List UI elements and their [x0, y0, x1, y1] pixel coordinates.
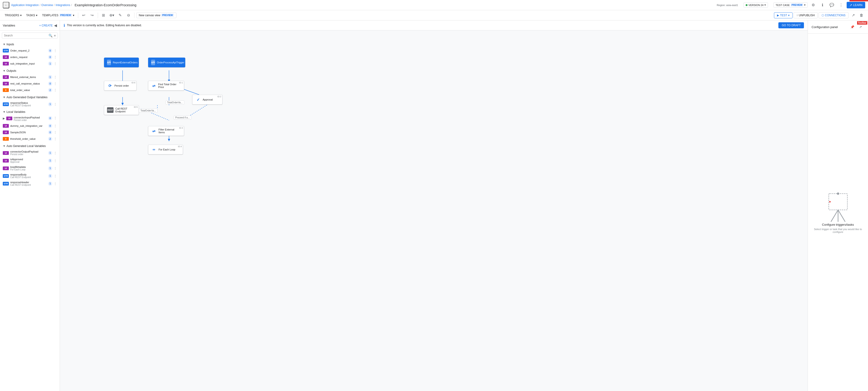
var-more-response-status[interactable]: ⋮ — [54, 102, 57, 106]
go-to-draft-button[interactable]: GO TO DRAFT — [778, 22, 804, 28]
share-button[interactable]: ↗ — [849, 11, 857, 19]
var-count-is-approved: 1 — [48, 158, 52, 163]
config-illustration — [824, 191, 852, 219]
var-name-threshold: threshold_order_value — [10, 138, 46, 140]
node-for-each-loop[interactable]: ∞ For Each Loop ID:4 — [148, 145, 183, 154]
var-more-sub-integration-input[interactable]: ⋮ — [54, 62, 57, 65]
var-more-total-order-value[interactable]: ⋮ — [54, 88, 57, 92]
config-expand-button[interactable]: ↗ — [857, 23, 864, 31]
var-item-threshold[interactable]: D threshold_order_value 2 ⋮ — [2, 136, 58, 142]
node-approval[interactable]: ✓ Approval ID:2 — [192, 95, 222, 104]
learn-button[interactable]: ↗ LEARN — [847, 2, 865, 8]
local-vars-chevron-icon: ▼ — [3, 110, 6, 114]
settings-button[interactable]: ⚙ — [809, 1, 817, 9]
undo-button[interactable]: ↩ — [80, 11, 88, 19]
breadcrumb-overview[interactable]: Overview — [41, 3, 53, 7]
triggers-button[interactable]: TRIGGERS ▾ — [3, 13, 24, 18]
var-more-threshold[interactable]: ⋮ — [54, 137, 57, 141]
comment-button[interactable]: 💬 — [828, 1, 836, 9]
var-more-rest-call-response[interactable]: ⋮ — [54, 82, 57, 85]
breadcrumb-integrations[interactable]: Integrations — [56, 3, 70, 7]
var-count-connector-input: 0 — [48, 116, 52, 120]
node-order-process-api-trigger[interactable]: API OrderProcessApiTrigger — [148, 58, 185, 67]
var-item-connector-input[interactable]: ▶ UI connectorInputPayload Persist order… — [2, 115, 58, 123]
info-button[interactable]: ℹ — [819, 1, 826, 9]
node-persist-order[interactable]: ⟳ Persist order ID:6 — [104, 81, 136, 91]
var-more-filtered-external[interactable]: ⋮ — [54, 75, 57, 79]
configuration-pane: Configuration panel 📌 ↗ — [808, 21, 868, 391]
var-item-is-approved[interactable]: UI isApproved Approval 1 ⋮ — [2, 157, 58, 164]
var-item-response-header[interactable]: STR responseHeader Call REST Endpoint 1 … — [2, 180, 58, 187]
var-type-ui-badge-10: UI — [3, 167, 9, 170]
var-item-sample-json[interactable]: UI SampleJSON 0 ⋮ — [2, 129, 58, 136]
more-button[interactable]: ⋮ — [837, 1, 845, 9]
test-case-button[interactable]: TEST CASE PREVIEW ▾ — [774, 2, 808, 8]
templates-button[interactable]: TEMPLATES PREVIEW ▾ — [40, 13, 76, 18]
var-count-loop-metadata: 1 — [48, 166, 52, 171]
var-item-response-body[interactable]: STR responseBody Call REST Endpoint 1 ⋮ — [2, 172, 58, 180]
var-item-loop-metadata[interactable]: UI loopMetadata For Each Loop 1 ⋮ — [2, 164, 58, 172]
redo-button[interactable]: ↪ — [88, 11, 96, 19]
var-more-order-request-2[interactable]: ⋮ — [54, 49, 57, 53]
var-item-orders-request[interactable]: UI orders_request 0 ⋮ — [2, 54, 58, 60]
sort-icon[interactable]: ≡ — [54, 34, 56, 37]
collapse-pane-icon[interactable]: ◀ — [54, 23, 57, 28]
var-item-dummy-sub[interactable]: UI dummy_sub_integration_var 0 ⋮ — [2, 123, 58, 129]
var-more-orders-request[interactable]: ⋮ — [54, 55, 57, 59]
var-more-dummy-sub[interactable]: ⋮ — [54, 124, 57, 128]
var-more-connector-output[interactable]: ⋮ — [54, 151, 57, 155]
node-report-external-orders[interactable]: API ReportExternalOrders — [104, 58, 139, 67]
canvas-area[interactable]: API ReportExternalOrders API OrderProces… — [60, 30, 808, 391]
config-empty-subtitle: Select trigger or task that you would li… — [813, 228, 862, 233]
var-item-rest-call-response[interactable]: UI rest_call_response_status 0 ⋮ — [2, 80, 58, 87]
var-more-response-body[interactable]: ⋮ — [54, 174, 57, 178]
auto-local-vars-header[interactable]: ▼ Auto Generated Local Variables — [2, 143, 58, 149]
var-item-connector-output[interactable]: UI connectorOutputPayload Persist order … — [2, 149, 58, 157]
test-button[interactable]: ▶ TEST ▾ — [774, 12, 793, 18]
variable-search-input[interactable] — [4, 34, 47, 37]
expand-connector-icon[interactable]: ▶ — [3, 117, 5, 120]
var-type-str-badge: STR — [3, 49, 9, 53]
var-name-sub-integration-input: sub_integration_input — [10, 62, 46, 65]
back-button[interactable]: ← — [3, 2, 9, 8]
var-item-response-status[interactable]: STR responseStatus Call REST Endpoint 1 … — [2, 100, 58, 108]
config-pin-button[interactable]: 📌 — [848, 23, 856, 31]
inputs-section-header[interactable]: ▼ Inputs — [2, 41, 58, 48]
node-filter-external-items[interactable]: ⇌ Filter External Items ID:3 — [148, 126, 184, 136]
layout-button[interactable]: ⊞ — [100, 11, 107, 19]
var-more-is-approved[interactable]: ⋮ — [54, 159, 57, 162]
tasks-button[interactable]: TASKS ▾ — [24, 13, 39, 18]
unpublish-button[interactable]: ↑ UNPUBLISH — [794, 12, 818, 18]
triggers-chevron: ▾ — [20, 14, 22, 17]
connections-icon: ⬡ — [822, 14, 824, 17]
var-more-response-header[interactable]: ⋮ — [54, 182, 57, 185]
version-button[interactable]: VERSION 24 ▾ — [744, 2, 768, 8]
local-vars-section-header[interactable]: ▼ Local Variables — [2, 109, 58, 115]
zoom-in-button[interactable]: ⊕ ▾ — [108, 11, 116, 19]
auto-output-vars-label: Auto Generated Output Variables — [6, 96, 48, 99]
edit-button[interactable]: ✎ — [117, 11, 124, 19]
delete-button[interactable]: 🗑 — [858, 11, 865, 19]
node-find-total-order-price[interactable]: ⇌ Find Total Order Price ID:1 — [148, 81, 184, 91]
auto-output-vars-header[interactable]: ▼ Auto Generated Output Variables — [2, 94, 58, 100]
var-name-response-status: responseStatus — [10, 101, 46, 104]
var-count-rest-call-response: 0 — [48, 82, 52, 86]
zoom-out-icon: ⊖ — [127, 13, 130, 18]
undo-icon: ↩ — [82, 13, 85, 18]
var-more-connector-input[interactable]: ⋮ — [54, 116, 57, 120]
canvas-toggle-button[interactable]: New canvas view PREVIEW — [136, 12, 177, 18]
var-more-loop-metadata[interactable]: ⋮ — [54, 167, 57, 170]
var-item-sub-integration-input[interactable]: UI sub_integration_input 1 ⋮ — [2, 60, 58, 67]
var-item-order-request[interactable]: STR Order_request_2 0 ⋮ — [2, 48, 58, 54]
var-more-sample-json[interactable]: ⋮ — [54, 130, 57, 134]
templates-preview-badge: PREVIEW — [59, 14, 72, 17]
breadcrumb-app[interactable]: Application Integration — [11, 3, 39, 7]
var-item-filtered-external[interactable]: UI filtered_external_items 1 ⋮ — [2, 74, 58, 80]
node-call-rest-endpoint[interactable]: REST Call REST Endpoint ID:5 — [104, 105, 139, 115]
create-variable-button[interactable]: + CREATE — [38, 23, 54, 28]
var-item-total-order-value[interactable]: D total_order_value 2 ⋮ — [2, 87, 58, 93]
outputs-section-header[interactable]: ▼ Outputs — [2, 68, 58, 74]
zoom-out-button[interactable]: ⊖ — [125, 11, 132, 19]
breadcrumb-sep3: / — [71, 3, 72, 7]
connections-button[interactable]: ⬡ CONNECTIONS — [818, 12, 848, 18]
